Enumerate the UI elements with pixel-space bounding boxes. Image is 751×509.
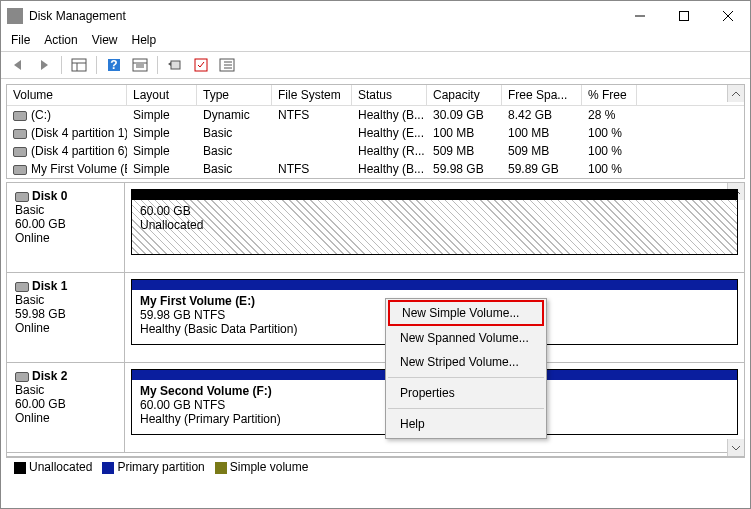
refresh-button[interactable] <box>164 55 186 75</box>
col-spacer <box>637 85 727 105</box>
table-row[interactable]: (Disk 4 partition 1)SimpleBasicHealthy (… <box>7 124 744 142</box>
window-title: Disk Management <box>29 9 618 23</box>
cell-layout: Simple <box>127 143 197 159</box>
rescan-button[interactable] <box>190 55 212 75</box>
svg-text:?: ? <box>110 58 117 72</box>
menu-new-spanned-volume[interactable]: New Spanned Volume... <box>386 326 546 350</box>
table-row[interactable]: (C:)SimpleDynamicNTFSHealthy (B...30.09 … <box>7 106 744 124</box>
partition-bar <box>132 190 737 200</box>
cell-status: Healthy (B... <box>352 107 427 123</box>
cell-capacity: 59.98 GB <box>427 161 502 177</box>
disk-info[interactable]: Disk 1Basic59.98 GBOnline <box>7 273 125 362</box>
cell-fs: NTFS <box>272 161 352 177</box>
col-volume[interactable]: Volume <box>7 85 127 105</box>
disk-name: Disk 2 <box>15 369 116 383</box>
help-button[interactable]: ? <box>103 55 125 75</box>
volume-icon <box>13 129 27 139</box>
cell-free: 509 MB <box>502 143 582 159</box>
table-row[interactable]: (Disk 4 partition 6)SimpleBasicHealthy (… <box>7 142 744 160</box>
disk-row: Disk 2Basic60.00 GBOnlineMy Second Volum… <box>7 363 744 453</box>
toolbar: ? <box>1 52 750 79</box>
view-layout-button[interactable] <box>68 55 90 75</box>
disk-icon <box>15 372 29 382</box>
menu-file[interactable]: File <box>11 33 30 47</box>
close-button[interactable] <box>706 1 750 31</box>
context-menu: New Simple Volume... New Spanned Volume.… <box>385 298 547 439</box>
menu-help[interactable]: Help <box>386 412 546 436</box>
maximize-button[interactable] <box>662 1 706 31</box>
cell-type: Dynamic <box>197 107 272 123</box>
scroll-up-icon[interactable] <box>727 85 744 102</box>
app-icon <box>7 8 23 24</box>
cell-free: 8.42 GB <box>502 107 582 123</box>
col-pctfree[interactable]: % Free <box>582 85 637 105</box>
menu-new-striped-volume[interactable]: New Striped Volume... <box>386 350 546 374</box>
disk-row: Disk 1Basic59.98 GBOnlineMy First Volume… <box>7 273 744 363</box>
disk-management-window: Disk Management File Action View Help ? … <box>0 0 751 509</box>
menu-separator <box>388 408 544 409</box>
disk-row: Disk 0Basic60.00 GBOnline60.00 GBUnalloc… <box>7 183 744 273</box>
disk-type: Basic <box>15 293 116 307</box>
col-type[interactable]: Type <box>197 85 272 105</box>
volume-icon <box>13 111 27 121</box>
disk-icon <box>15 282 29 292</box>
disk-info[interactable]: Disk 0Basic60.00 GBOnline <box>7 183 125 272</box>
swatch-simple <box>215 462 227 474</box>
col-filesystem[interactable]: File System <box>272 85 352 105</box>
partition-status: Unallocated <box>140 218 729 232</box>
settings-button[interactable] <box>216 55 238 75</box>
col-freespace[interactable]: Free Spa... <box>502 85 582 105</box>
partition-bar <box>132 280 737 290</box>
menu-new-simple-volume[interactable]: New Simple Volume... <box>388 300 544 326</box>
swatch-unallocated <box>14 462 26 474</box>
menu-help[interactable]: Help <box>132 33 157 47</box>
menu-view[interactable]: View <box>92 33 118 47</box>
titlebar: Disk Management <box>1 1 750 31</box>
cell-layout: Simple <box>127 161 197 177</box>
disk-size: 60.00 GB <box>15 217 116 231</box>
cell-pctfree: 100 % <box>582 125 637 141</box>
back-button[interactable] <box>7 55 29 75</box>
table-header: Volume Layout Type File System Status Ca… <box>7 85 744 106</box>
volume-icon <box>13 165 27 175</box>
menu-action[interactable]: Action <box>44 33 77 47</box>
partition-size: 60.00 GB <box>140 204 729 218</box>
cell-free: 59.89 GB <box>502 161 582 177</box>
toolbar-divider <box>157 56 158 74</box>
disk-info[interactable]: Disk 2Basic60.00 GBOnline <box>7 363 125 452</box>
volume-icon <box>13 147 27 157</box>
partition[interactable]: 60.00 GBUnallocated <box>131 189 738 255</box>
cell-capacity: 509 MB <box>427 143 502 159</box>
disk-type: Basic <box>15 203 116 217</box>
cell-volume: (Disk 4 partition 6) <box>7 143 127 159</box>
toolbar-divider <box>96 56 97 74</box>
table-row[interactable]: My First Volume (E:)SimpleBasicNTFSHealt… <box>7 160 744 178</box>
properties-button[interactable] <box>129 55 151 75</box>
minimize-button[interactable] <box>618 1 662 31</box>
disk-graphic-area: Disk 0Basic60.00 GBOnline60.00 GBUnalloc… <box>6 182 745 457</box>
cell-layout: Simple <box>127 125 197 141</box>
legend: Unallocated Primary partition Simple vol… <box>6 457 745 476</box>
svg-rect-4 <box>72 59 86 71</box>
forward-button[interactable] <box>33 55 55 75</box>
cell-fs <box>272 125 352 141</box>
cell-fs <box>272 143 352 159</box>
col-status[interactable]: Status <box>352 85 427 105</box>
content-area: Volume Layout Type File System Status Ca… <box>1 84 750 492</box>
cell-type: Basic <box>197 125 272 141</box>
cell-capacity: 30.09 GB <box>427 107 502 123</box>
cell-pctfree: 100 % <box>582 143 637 159</box>
window-controls <box>618 1 750 31</box>
disk-size: 60.00 GB <box>15 397 116 411</box>
cell-status: Healthy (B... <box>352 161 427 177</box>
swatch-primary <box>102 462 114 474</box>
toolbar-divider <box>61 56 62 74</box>
cell-capacity: 100 MB <box>427 125 502 141</box>
cell-pctfree: 28 % <box>582 107 637 123</box>
col-capacity[interactable]: Capacity <box>427 85 502 105</box>
col-layout[interactable]: Layout <box>127 85 197 105</box>
svg-rect-1 <box>680 12 689 21</box>
disk-size: 59.98 GB <box>15 307 116 321</box>
menu-properties[interactable]: Properties <box>386 381 546 405</box>
disk-state: Online <box>15 411 116 425</box>
